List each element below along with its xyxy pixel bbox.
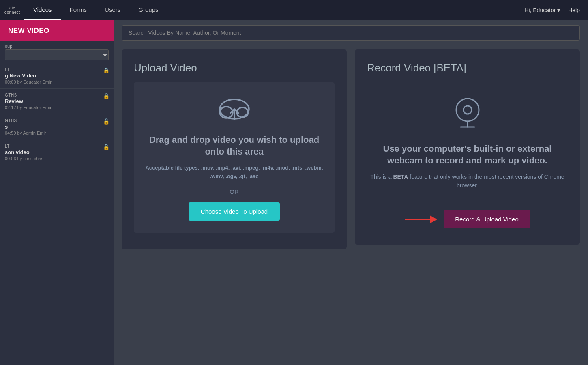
record-upload-button[interactable]: Record & Upload Video bbox=[444, 210, 530, 228]
video-type: gths bbox=[5, 93, 109, 97]
list-item[interactable]: gths s 04:59 by Admin Emir 🔓 bbox=[0, 114, 114, 140]
record-main-text: Use your computer's built-in or external… bbox=[367, 143, 568, 166]
sidebar: NEW VIDEO oup lt g New Video 00:00 by Ed… bbox=[0, 20, 114, 365]
record-sub-text: This is a BETA feature that only works i… bbox=[367, 173, 568, 190]
video-title: s bbox=[5, 124, 109, 130]
nav-right: Hi, Educator ▾ Help bbox=[524, 7, 588, 13]
video-type: gths bbox=[5, 118, 109, 123]
video-meta: 04:59 by Admin Emir bbox=[5, 131, 109, 135]
file-types-text: Acceptable file types: .mov, .mp4, .avi,… bbox=[142, 164, 326, 181]
svg-point-5 bbox=[464, 106, 472, 114]
webcam-icon bbox=[367, 94, 568, 131]
main-content: Upload Video Drag and drop v bbox=[114, 20, 588, 365]
svg-point-4 bbox=[456, 99, 479, 121]
group-label: oup bbox=[5, 44, 109, 49]
help-link[interactable]: Help bbox=[568, 7, 580, 13]
upload-dropzone[interactable]: Drag and drop video you wish to upload o… bbox=[134, 82, 335, 233]
record-btn-row: Record & Upload Video bbox=[367, 210, 568, 228]
video-title: son video bbox=[5, 149, 109, 155]
user-menu[interactable]: Hi, Educator ▾ bbox=[524, 7, 560, 13]
video-meta: 02:17 by Educator Emir bbox=[5, 105, 109, 110]
record-card-title: Record Video [BETA] bbox=[367, 62, 466, 74]
search-bar-row bbox=[114, 20, 588, 45]
list-item[interactable]: lt son video 00:06 by chris chris 🔓 bbox=[0, 140, 114, 165]
list-item[interactable]: lt g New Video 00:00 by Educator Emir 🔒 bbox=[0, 63, 114, 89]
video-meta: 00:06 by chris chris bbox=[5, 156, 109, 161]
record-card: Record Video [BETA] Use your bbox=[355, 49, 580, 245]
video-type: lt bbox=[5, 67, 109, 72]
arrow-right-icon bbox=[405, 214, 437, 225]
nav-tabs: Videos Forms Users Groups bbox=[24, 0, 167, 20]
upload-card-title: Upload Video bbox=[134, 62, 197, 74]
search-input[interactable] bbox=[122, 25, 580, 41]
choose-video-button[interactable]: Choose Video To Upload bbox=[189, 202, 280, 221]
video-title: Review bbox=[5, 98, 109, 104]
nav-tab-forms[interactable]: Forms bbox=[61, 0, 96, 20]
file-types-label: Acceptable file types: bbox=[145, 165, 200, 171]
nav-tab-groups[interactable]: Groups bbox=[129, 0, 167, 20]
video-meta: 00:00 by Educator Emir bbox=[5, 79, 109, 84]
file-types-list: .mov, .mp4, .avi, .mpeg, .m4v, .mod, .mt… bbox=[201, 165, 323, 179]
cloud-upload-icon bbox=[214, 94, 255, 125]
or-label: OR bbox=[230, 188, 239, 195]
logo-line2: connect bbox=[4, 10, 20, 15]
list-item[interactable]: gths Review 02:17 by Educator Emir 🔒 bbox=[0, 89, 114, 114]
top-nav: aic connect Videos Forms Users Groups Hi… bbox=[0, 0, 588, 20]
logo-line1: aic bbox=[4, 6, 20, 10]
group-filter-row: oup bbox=[0, 41, 114, 63]
new-video-button[interactable]: NEW VIDEO bbox=[0, 20, 114, 41]
logo: aic connect bbox=[0, 0, 24, 20]
video-list: lt g New Video 00:00 by Educator Emir 🔒 … bbox=[0, 63, 114, 365]
lock-icon: 🔒 bbox=[103, 67, 109, 73]
video-title: g New Video bbox=[5, 73, 109, 79]
body-area: NEW VIDEO oup lt g New Video 00:00 by Ed… bbox=[0, 20, 588, 365]
nav-tab-videos[interactable]: Videos bbox=[24, 0, 61, 20]
nav-tab-users[interactable]: Users bbox=[96, 0, 129, 20]
lock-icon: 🔒 bbox=[103, 93, 109, 99]
svg-marker-9 bbox=[430, 215, 437, 223]
upload-area: Upload Video Drag and drop v bbox=[114, 45, 588, 365]
drop-text: Drag and drop video you wish to upload o… bbox=[142, 134, 326, 157]
upload-card: Upload Video Drag and drop v bbox=[122, 49, 347, 249]
video-type: lt bbox=[5, 144, 109, 148]
unlock-icon: 🔓 bbox=[103, 118, 109, 125]
record-content: Use your computer's built-in or external… bbox=[367, 82, 568, 228]
group-select[interactable] bbox=[5, 49, 109, 60]
unlock-icon: 🔓 bbox=[103, 144, 109, 150]
